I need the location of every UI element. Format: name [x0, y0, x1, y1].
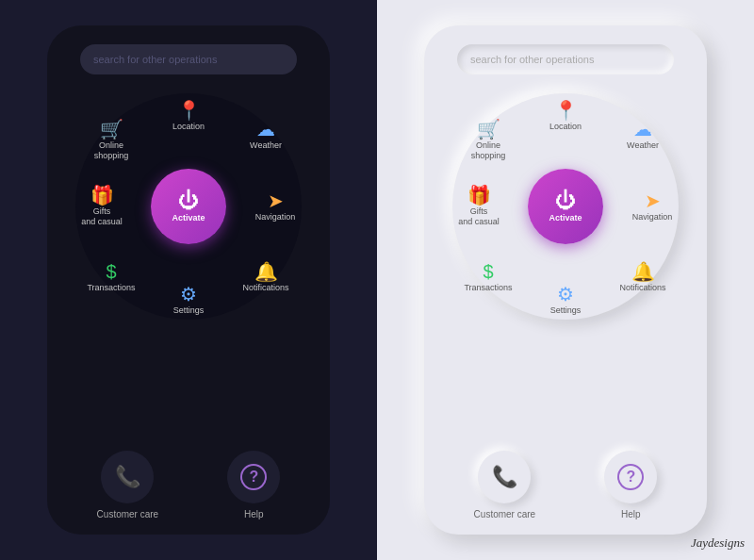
weather-icon-light: ☁: [633, 120, 652, 139]
power-icon-light: ⏻: [555, 190, 576, 211]
search-bar-dark[interactable]: search for other operations: [80, 44, 297, 74]
gifts-label-light: Giftsand casual: [458, 206, 500, 227]
weather-label-light: Weather: [627, 140, 659, 151]
customer-care-button-light[interactable]: 📞 Customer care: [474, 451, 536, 519]
shopping-label-dark: Onlineshopping: [94, 140, 129, 161]
phone-dark: search for other operations ⏻ Activate 📍…: [47, 25, 330, 535]
menu-item-settings-light[interactable]: ⚙ Settings: [537, 285, 594, 316]
menu-item-transactions-light[interactable]: $ Transactions: [460, 262, 516, 293]
shopping-label-light: Onlineshopping: [471, 140, 506, 161]
location-icon-light: 📍: [554, 101, 578, 120]
customer-care-icon-dark: 📞: [101, 451, 154, 503]
gifts-icon-dark: 🎁: [90, 186, 114, 205]
help-button-dark[interactable]: ? Help: [227, 451, 280, 519]
help-label-dark: Help: [244, 509, 264, 519]
menu-item-navigation-dark[interactable]: ➤ Navigation: [247, 191, 303, 222]
power-icon-dark: ⏻: [178, 190, 199, 211]
shopping-icon-dark: 🛒: [100, 120, 123, 139]
search-placeholder-dark: search for other operations: [93, 54, 217, 65]
gifts-label-dark: Giftsand casual: [81, 206, 123, 227]
menu-item-gifts-light[interactable]: 🎁 Giftsand casual: [451, 186, 507, 227]
menu-item-navigation-light[interactable]: ➤ Navigation: [624, 191, 680, 222]
help-label-light: Help: [621, 509, 641, 519]
customer-care-icon-light: 📞: [478, 451, 531, 503]
navigation-label-light: Navigation: [632, 212, 673, 222]
menu-item-notifications-dark[interactable]: 🔔 Notifications: [238, 262, 294, 293]
phone-light: search for other operations ⏻ Activate 📍…: [424, 25, 707, 535]
notifications-label-dark: Notifications: [242, 283, 288, 293]
activate-label-dark: Activate: [172, 213, 205, 222]
circle-menu-light: ⏻ Activate 📍 Location ☁ Weather ➤ Naviga…: [452, 93, 679, 320]
menu-item-notifications-light[interactable]: 🔔 Notifications: [615, 262, 671, 293]
navigation-icon-dark: ➤: [268, 191, 284, 210]
settings-icon-dark: ⚙: [180, 285, 197, 304]
navigation-label-dark: Navigation: [255, 212, 296, 222]
notifications-label-light: Notifications: [619, 283, 665, 293]
transactions-label-light: Transactions: [464, 283, 512, 293]
bottom-row-dark: 📞 Customer care ? Help: [62, 451, 315, 519]
notifications-icon-light: 🔔: [631, 262, 655, 281]
circle-menu-dark: ⏻ Activate 📍 Location ☁ Weather ➤ Naviga…: [75, 93, 302, 320]
transactions-label-dark: Transactions: [87, 283, 135, 293]
customer-care-label-dark: Customer care: [97, 509, 159, 519]
menu-item-weather-dark[interactable]: ☁ Weather: [238, 120, 294, 151]
menu-item-transactions-dark[interactable]: $ Transactions: [83, 262, 139, 293]
bottom-row-light: 📞 Customer care ? Help: [439, 451, 692, 519]
brand-watermark: Jaydesigns: [691, 535, 745, 551]
light-panel: search for other operations ⏻ Activate 📍…: [377, 0, 754, 560]
activate-label-light: Activate: [549, 213, 582, 222]
location-label-dark: Location: [172, 122, 205, 132]
settings-icon-light: ⚙: [557, 285, 574, 304]
navigation-icon-light: ➤: [645, 191, 661, 210]
menu-item-settings-dark[interactable]: ⚙ Settings: [160, 285, 217, 316]
help-icon-dark: ?: [227, 451, 280, 503]
customer-care-button-dark[interactable]: 📞 Customer care: [97, 451, 159, 519]
menu-item-shopping-light[interactable]: 🛒 Onlineshopping: [460, 120, 516, 161]
settings-label-dark: Settings: [173, 305, 205, 316]
notifications-icon-dark: 🔔: [254, 262, 278, 281]
gifts-icon-light: 🎁: [467, 186, 491, 205]
help-icon-light: ?: [604, 451, 657, 503]
weather-label-dark: Weather: [250, 140, 282, 151]
customer-care-label-light: Customer care: [474, 509, 536, 519]
menu-item-location-light[interactable]: 📍 Location: [537, 101, 594, 132]
transactions-icon-light: $: [483, 262, 493, 281]
search-placeholder-light: search for other operations: [470, 54, 594, 65]
menu-item-gifts-dark[interactable]: 🎁 Giftsand casual: [74, 186, 130, 227]
activate-button-dark[interactable]: ⏻ Activate: [151, 169, 226, 244]
location-label-light: Location: [549, 122, 582, 132]
transactions-icon-dark: $: [106, 262, 116, 281]
dark-panel: search for other operations ⏻ Activate 📍…: [0, 0, 377, 560]
shopping-icon-light: 🛒: [477, 120, 500, 139]
menu-item-location-dark[interactable]: 📍 Location: [160, 101, 217, 132]
activate-button-light[interactable]: ⏻ Activate: [528, 169, 603, 244]
settings-label-light: Settings: [550, 305, 582, 316]
menu-item-shopping-dark[interactable]: 🛒 Onlineshopping: [83, 120, 139, 161]
weather-icon-dark: ☁: [256, 120, 275, 139]
menu-item-weather-light[interactable]: ☁ Weather: [615, 120, 671, 151]
help-button-light[interactable]: ? Help: [604, 451, 657, 519]
location-icon-dark: 📍: [177, 101, 201, 120]
search-bar-light[interactable]: search for other operations: [457, 44, 674, 74]
